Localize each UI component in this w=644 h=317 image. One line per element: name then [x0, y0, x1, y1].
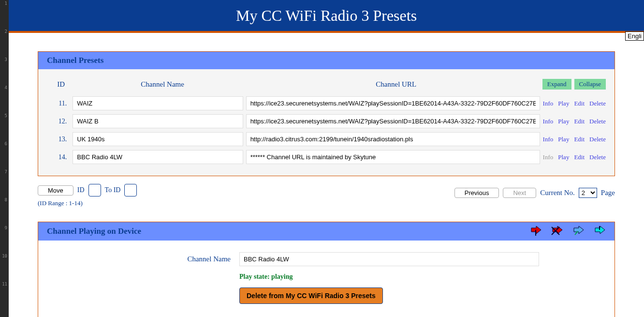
playing-name-label: Channel Name: [47, 255, 231, 263]
column-header-name: Channel Name: [75, 80, 250, 89]
table-row: 11.InfoPlayEditDelete: [47, 94, 606, 112]
delete-link[interactable]: Delete: [589, 100, 606, 107]
page-select[interactable]: 2: [579, 188, 597, 198]
playing-panel-title: Channel Playing on Device: [47, 226, 141, 236]
line-number: 9: [0, 226, 9, 254]
info-link[interactable]: Info: [543, 100, 554, 107]
line-number: 5: [0, 113, 9, 141]
column-header-id: ID: [47, 80, 75, 89]
table-row: 14.InfoPlayEditDelete: [47, 148, 606, 166]
line-number: 2: [0, 29, 9, 57]
move-id-label: ID: [77, 186, 85, 194]
move-id-input[interactable]: [88, 184, 101, 196]
channel-url-input[interactable]: [246, 132, 540, 146]
row-id: 13.: [47, 136, 70, 143]
play-link[interactable]: Play: [558, 153, 569, 161]
page-label: Page: [601, 189, 615, 197]
current-no-label: Current No.: [540, 189, 575, 197]
playing-name-input[interactable]: [239, 252, 539, 266]
row-id: 11.: [47, 100, 70, 107]
edit-link[interactable]: Edit: [574, 136, 585, 143]
presets-panel-title: Channel Presets: [47, 56, 103, 65]
info-link[interactable]: Info: [543, 136, 554, 143]
play-link[interactable]: Play: [558, 136, 569, 143]
previous-button[interactable]: Previous: [454, 188, 499, 198]
line-number: 11: [0, 282, 9, 310]
row-id: 12.: [47, 118, 70, 125]
page-title: My CC WiFi Radio 3 Presets: [236, 7, 417, 25]
volume-down-icon[interactable]: [529, 226, 542, 237]
move-to-id-input[interactable]: [124, 184, 137, 196]
line-number: 4: [0, 85, 9, 113]
expand-button[interactable]: Expand: [542, 79, 571, 90]
edit-link[interactable]: Edit: [574, 100, 585, 107]
channel-url-input[interactable]: [246, 114, 540, 128]
play-icon[interactable]: [572, 226, 585, 237]
line-number: 8: [0, 197, 9, 226]
edit-link[interactable]: Edit: [574, 153, 585, 161]
delete-link[interactable]: Delete: [589, 153, 606, 161]
line-number: 1: [0, 1, 9, 29]
move-button[interactable]: Move: [38, 185, 73, 196]
delete-link[interactable]: Delete: [589, 136, 606, 143]
channel-name-input[interactable]: [73, 96, 243, 110]
line-number: 7: [0, 169, 9, 197]
table-row: 13.InfoPlayEditDelete: [47, 130, 606, 148]
channel-name-input[interactable]: [73, 114, 243, 128]
play-state: Play state: playing: [239, 273, 606, 281]
table-row: 12.InfoPlayEditDelete: [47, 112, 606, 130]
presets-panel: Channel Presets ID Channel Name Channel …: [38, 51, 615, 176]
presets-panel-header: Channel Presets: [38, 52, 615, 69]
info-link[interactable]: Info: [543, 118, 554, 125]
id-range-label: (ID Range : 1-14): [38, 199, 137, 207]
play-link[interactable]: Play: [558, 100, 569, 107]
channel-name-input[interactable]: [73, 132, 243, 146]
channel-url-input[interactable]: [246, 150, 540, 164]
language-button[interactable]: Engli: [625, 31, 644, 41]
row-id: 14.: [47, 153, 70, 161]
collapse-button[interactable]: Collapse: [574, 79, 606, 90]
app-header: My CC WiFi Radio 3 Presets Engli: [9, 0, 644, 33]
line-number: 10: [0, 254, 9, 282]
playing-panel: Channel Playing on Device Channel Name P…: [38, 222, 615, 317]
playing-panel-header: Channel Playing on Device: [38, 222, 615, 241]
move-to-id-label: To ID: [105, 186, 121, 194]
line-number: 6: [0, 141, 9, 169]
play-link[interactable]: Play: [558, 118, 569, 125]
line-number-gutter: 1234567891011: [0, 0, 9, 317]
channel-url-input[interactable]: [246, 96, 540, 110]
line-number: 3: [0, 57, 9, 85]
edit-link[interactable]: Edit: [574, 118, 585, 125]
delete-link[interactable]: Delete: [589, 118, 606, 125]
volume-up-icon[interactable]: [593, 226, 606, 237]
stop-icon[interactable]: [551, 226, 563, 237]
info-link: Info: [543, 153, 554, 161]
delete-from-presets-button[interactable]: Delete from My CC WiFi Radio 3 Presets: [239, 287, 383, 304]
next-button[interactable]: Next: [503, 188, 536, 198]
column-header-url: Channel URL: [250, 80, 542, 89]
channel-name-input[interactable]: [73, 150, 243, 164]
